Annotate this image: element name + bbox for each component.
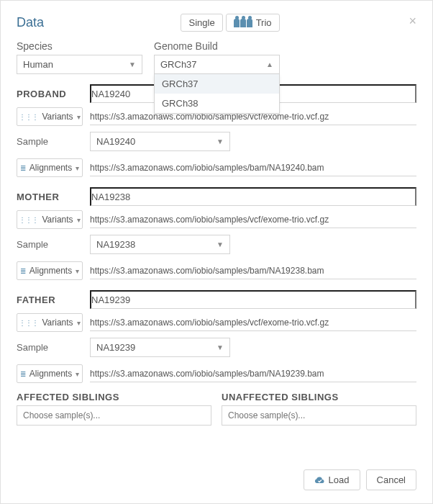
alignments-icon: ≣ [20, 267, 26, 275]
caret-down-icon: ▼ [216, 138, 224, 145]
caret-down-icon: ▾ [77, 216, 81, 224]
header: Data Single Trio × [17, 14, 416, 32]
father-label: FATHER [17, 294, 90, 305]
mother-alignments-button[interactable]: ≣ Alignments ▾ [17, 261, 83, 280]
proband-label: PROBAND [17, 89, 90, 99]
mother-variants-button[interactable]: ⋮⋮⋮ Variants ▾ [17, 210, 83, 229]
caret-up-icon: ▲ [266, 60, 273, 68]
father-section: FATHER ⋮⋮⋮ Variants ▾ Sample NA19239 ▼ ≣… [17, 290, 416, 383]
mother-sample-select[interactable]: NA19238 ▼ [90, 235, 230, 254]
genome-select[interactable]: GRCh37 ▲ [154, 55, 280, 74]
father-variants-button[interactable]: ⋮⋮⋮ Variants ▾ [17, 313, 83, 332]
father-sample-label: Sample [17, 342, 83, 353]
alignments-icon: ≣ [20, 370, 26, 378]
species-select[interactable]: Human ▼ [17, 55, 142, 74]
father-sample-select[interactable]: NA19239 ▼ [90, 338, 230, 357]
caret-down-icon: ▾ [76, 370, 79, 378]
proband-alignments-button[interactable]: ≣ Alignments ▾ [17, 158, 83, 177]
proband-sample-select[interactable]: NA19240 ▼ [90, 132, 230, 151]
genome-field: Genome Build GRCh37 ▲ GRCh37 GRCh38 [154, 40, 280, 74]
top-selectors: Species Human ▼ Genome Build GRCh37 ▲ GR… [17, 40, 416, 74]
genome-dropdown: GRCh37 GRCh38 [154, 74, 280, 114]
trio-label: Trio [256, 17, 272, 28]
caret-down-icon: ▾ [76, 267, 79, 275]
mother-variants-url[interactable] [90, 212, 416, 228]
species-field: Species Human ▼ [17, 40, 142, 74]
mode-toggle: Single Trio [181, 14, 279, 32]
caret-down-icon: ▼ [129, 60, 136, 68]
mother-section: MOTHER ⋮⋮⋮ Variants ▾ Sample NA19238 ▼ ≣… [17, 187, 416, 280]
father-alignments-url[interactable] [90, 366, 416, 382]
species-label: Species [17, 40, 142, 52]
caret-down-icon: ▾ [76, 164, 79, 172]
cloud-check-icon [314, 476, 324, 485]
dialog-title: Data [17, 15, 44, 30]
dialog-footer: Load Cancel [304, 469, 416, 490]
variants-icon: ⋮⋮⋮ [19, 319, 38, 327]
variants-icon: ⋮⋮⋮ [19, 113, 38, 121]
father-alignments-button[interactable]: ≣ Alignments ▾ [17, 364, 83, 383]
species-value: Human [23, 59, 53, 70]
load-button[interactable]: Load [304, 469, 360, 490]
affected-siblings-input[interactable] [17, 405, 211, 426]
variants-icon: ⋮⋮⋮ [19, 216, 38, 224]
unaffected-siblings-input[interactable] [222, 405, 416, 426]
affected-siblings-label: AFFECTED SIBLINGS [17, 392, 211, 402]
trio-mode-button[interactable]: Trio [226, 14, 280, 32]
siblings-row: AFFECTED SIBLINGS UNAFFECTED SIBLINGS [17, 392, 416, 426]
data-dialog: Data Single Trio × Species Human ▼ Genom… [0, 0, 433, 504]
father-variants-url[interactable] [90, 315, 416, 331]
mother-id-input[interactable] [90, 187, 416, 206]
trio-icon [234, 19, 253, 27]
single-label: Single [188, 17, 214, 28]
caret-down-icon: ▾ [77, 319, 81, 327]
proband-alignments-url[interactable] [90, 160, 416, 176]
genome-option-grch38[interactable]: GRCh38 [155, 94, 279, 113]
proband-variants-button[interactable]: ⋮⋮⋮ Variants ▾ [17, 107, 83, 126]
cancel-button[interactable]: Cancel [366, 469, 416, 490]
unaffected-siblings-label: UNAFFECTED SIBLINGS [222, 392, 416, 402]
single-mode-button[interactable]: Single [181, 14, 222, 32]
mother-alignments-url[interactable] [90, 263, 416, 279]
genome-value: GRCh37 [160, 59, 197, 70]
caret-down-icon: ▾ [77, 113, 81, 121]
caret-down-icon: ▼ [216, 240, 224, 248]
proband-sample-label: Sample [17, 136, 83, 147]
genome-label: Genome Build [154, 40, 280, 52]
alignments-icon: ≣ [20, 164, 26, 172]
caret-down-icon: ▼ [216, 343, 224, 351]
father-id-input[interactable] [90, 290, 416, 309]
mother-label: MOTHER [17, 192, 90, 202]
close-icon[interactable]: × [409, 14, 416, 29]
genome-option-grch37[interactable]: GRCh37 [155, 74, 279, 94]
mother-sample-label: Sample [17, 239, 83, 250]
